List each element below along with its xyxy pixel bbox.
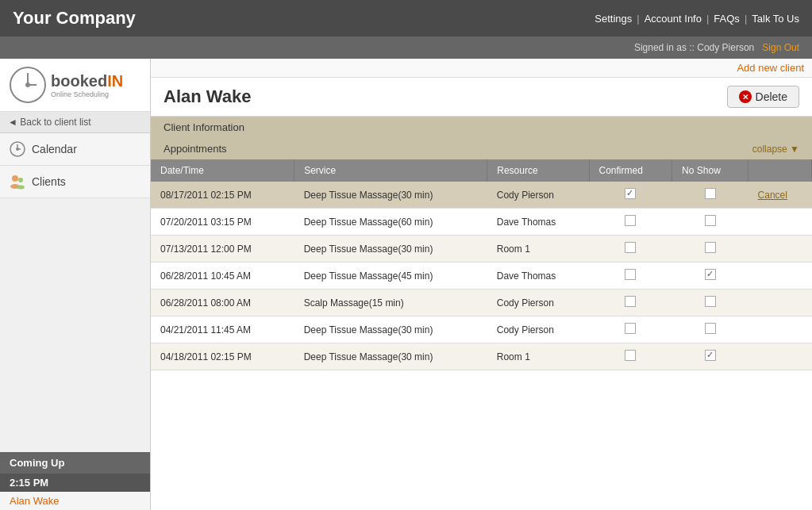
top-header: Your Company Settings | Account Info | F… (0, 0, 812, 36)
cell-resource: Cody Pierson (487, 182, 589, 209)
settings-link[interactable]: Settings (595, 13, 632, 25)
cell-datetime: 08/17/2011 02:15 PM (151, 182, 294, 209)
noshow-checkbox[interactable] (705, 269, 716, 280)
table-row: 06/28/2011 08:00 AM Scalp Massage(15 min… (151, 290, 812, 316)
col-datetime: Date/Time (151, 159, 294, 182)
noshow-checkbox[interactable] (705, 242, 716, 253)
appointments-table: Date/Time Service Resource Confirmed No … (151, 159, 812, 370)
cell-noshow (672, 316, 749, 343)
cell-action (749, 343, 812, 370)
appointments-area: Appointments collapse ▼ Date/Time Servic… (151, 138, 812, 510)
back-to-client-list-link[interactable]: ◄ Back to client list (8, 117, 91, 128)
content-top-bar: Add new client (151, 59, 812, 78)
cell-noshow (672, 290, 749, 316)
confirmed-checkbox[interactable] (625, 296, 636, 307)
cell-confirmed (589, 182, 672, 209)
cancel-link[interactable]: Cancel (758, 190, 787, 201)
cell-service: Deep Tissue Massage(60 min) (294, 209, 487, 236)
confirmed-checkbox[interactable] (625, 242, 636, 253)
table-row: 04/21/2011 11:45 AM Deep Tissue Massage(… (151, 316, 812, 343)
logo-text: bookedIN Online Scheduling (51, 72, 123, 98)
svg-point-11 (17, 186, 25, 190)
clients-icon (10, 174, 25, 190)
coming-up-time: 2:15 PM (0, 474, 150, 492)
cell-confirmed (589, 236, 672, 263)
delete-button[interactable]: ✕ Delete (727, 86, 799, 108)
table-header-row: Date/Time Service Resource Confirmed No … (151, 159, 812, 182)
coming-up-client-link[interactable]: Alan Wake (10, 495, 59, 507)
collapse-link[interactable]: collapse ▼ (752, 144, 799, 155)
noshow-checkbox[interactable] (705, 350, 716, 361)
cell-confirmed (589, 290, 672, 316)
cell-confirmed (589, 343, 672, 370)
noshow-checkbox[interactable] (705, 188, 716, 199)
cell-service: Deep Tissue Massage(45 min) (294, 263, 487, 290)
table-header: Date/Time Service Resource Confirmed No … (151, 159, 812, 182)
confirmed-checkbox[interactable] (625, 215, 636, 226)
cell-service: Deep Tissue Massage(30 min) (294, 236, 487, 263)
appointments-header: Appointments collapse ▼ (151, 138, 812, 159)
table-row: 08/17/2011 02:15 PM Deep Tissue Massage(… (151, 182, 812, 209)
client-information-header[interactable]: Client Information (151, 117, 812, 138)
cell-action (749, 209, 812, 236)
cell-service: Scalp Massage(15 min) (294, 290, 487, 316)
appointments-table-container[interactable]: Date/Time Service Resource Confirmed No … (151, 159, 812, 510)
cell-action: Cancel (749, 182, 812, 209)
cell-noshow (672, 343, 749, 370)
main-layout: bookedIN Online Scheduling ◄ Back to cli… (0, 59, 812, 510)
delete-icon: ✕ (739, 90, 752, 103)
cell-action (749, 290, 812, 316)
sign-out-link[interactable]: Sign Out (762, 42, 799, 53)
account-info-link[interactable]: Account Info (645, 13, 702, 25)
cell-service: Deep Tissue Massage(30 min) (294, 182, 487, 209)
nav-sep-2: | (706, 13, 709, 25)
sidebar-item-calendar[interactable]: Calendar (0, 133, 150, 166)
logo-booked: bookedIN (51, 72, 123, 90)
col-confirmed: Confirmed (589, 159, 672, 182)
table-row: 04/18/2011 02:15 PM Deep Tissue Massage(… (151, 343, 812, 370)
cell-confirmed (589, 209, 672, 236)
cell-action (749, 263, 812, 290)
cell-confirmed (589, 316, 672, 343)
sub-header: Signed in as :: Cody Pierson Sign Out (0, 36, 812, 59)
coming-up-client: Alan Wake (0, 492, 150, 510)
cell-resource: Room 1 (487, 343, 589, 370)
sidebar-item-clients[interactable]: Clients (0, 166, 150, 198)
noshow-checkbox[interactable] (705, 296, 716, 307)
sidebar: bookedIN Online Scheduling ◄ Back to cli… (0, 59, 151, 510)
faqs-link[interactable]: FAQs (714, 13, 740, 25)
clients-label: Clients (32, 175, 66, 188)
delete-label: Delete (756, 90, 787, 103)
talk-to-us-link[interactable]: Talk To Us (752, 13, 799, 25)
signed-in-text: Signed in as :: Cody Pierson (634, 42, 754, 53)
cell-noshow (672, 182, 749, 209)
cell-datetime: 07/20/2011 03:15 PM (151, 209, 294, 236)
logo-area: bookedIN Online Scheduling (0, 59, 150, 112)
col-noshow: No Show (672, 159, 749, 182)
cell-datetime: 04/18/2011 02:15 PM (151, 343, 294, 370)
cell-noshow (672, 263, 749, 290)
col-service: Service (294, 159, 487, 182)
noshow-checkbox[interactable] (705, 323, 716, 334)
confirmed-checkbox[interactable] (625, 323, 636, 334)
noshow-checkbox[interactable] (705, 215, 716, 226)
confirmed-checkbox[interactable] (625, 188, 636, 199)
nav-sep-3: | (745, 13, 747, 25)
cell-resource: Dave Thomas (487, 263, 589, 290)
content-area: Add new client Alan Wake ✕ Delete Client… (151, 59, 812, 510)
add-new-client-link[interactable]: Add new client (737, 62, 804, 74)
confirmed-checkbox[interactable] (625, 269, 636, 280)
cell-action (749, 236, 812, 263)
calendar-icon (10, 141, 25, 157)
coming-up-header: Coming Up (0, 452, 150, 474)
cell-action (749, 316, 812, 343)
cell-datetime: 07/13/2011 12:00 PM (151, 236, 294, 263)
cell-service: Deep Tissue Massage(30 min) (294, 343, 487, 370)
confirmed-checkbox[interactable] (625, 350, 636, 361)
company-title: Your Company (13, 8, 595, 29)
cell-service: Deep Tissue Massage(30 min) (294, 316, 487, 343)
table-row: 06/28/2011 10:45 AM Deep Tissue Massage(… (151, 263, 812, 290)
col-action (749, 159, 812, 182)
cell-resource: Room 1 (487, 236, 589, 263)
table-row: 07/13/2011 12:00 PM Deep Tissue Massage(… (151, 236, 812, 263)
